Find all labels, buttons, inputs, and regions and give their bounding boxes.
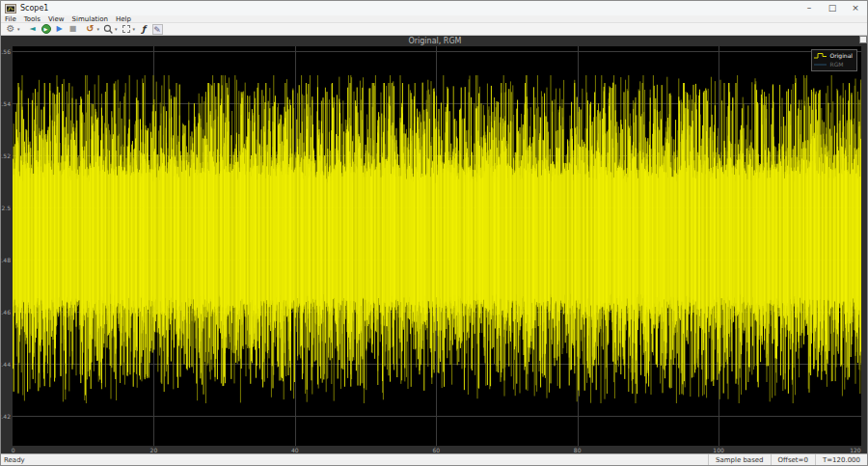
restore-view-button[interactable]: ↺ [85, 23, 96, 35]
settings-button[interactable]: ⚙ [5, 23, 16, 35]
y-axis-labels: 2.562.542.522.52.482.462.442.42 [1, 46, 12, 446]
menu-item-help[interactable]: Help [112, 15, 135, 23]
status-ready: Ready [1, 456, 708, 464]
highlight-block-button[interactable]: ◄ [27, 23, 39, 35]
menu-item-simulation[interactable]: Simulation [68, 15, 112, 23]
zoom-button[interactable] [102, 23, 114, 35]
restore-view-dropdown-caret[interactable]: ▾ [97, 26, 100, 32]
span-icon [122, 25, 130, 33]
stop-button[interactable]: ■ [68, 23, 79, 35]
legend-row-rgm: RGM [814, 60, 853, 69]
legend-line-original-icon [814, 52, 827, 60]
status-sample-mode: Sample based [708, 454, 771, 466]
highlight-block-icon: ◄ [29, 23, 35, 35]
run-icon: ▶ [41, 24, 51, 34]
settings-dropdown-caret[interactable]: ▾ [17, 26, 20, 32]
minimize-button[interactable]: – [798, 1, 821, 15]
legend-row-original: Original [814, 51, 853, 60]
measurements-button[interactable]: ✎ [151, 23, 163, 35]
plot-title: Original, RGM [1, 37, 868, 45]
menu-item-tools[interactable]: Tools [20, 15, 44, 23]
window-title: Scope1 [20, 4, 798, 13]
y-tick-label: 2.52 [0, 152, 11, 159]
y-tick-label: 2.42 [0, 413, 11, 420]
gear-icon: ⚙ [7, 23, 15, 35]
plot-region: Original, RGM Original RGM 2.562 [1, 36, 868, 455]
span-button[interactable] [121, 23, 132, 35]
maximize-button[interactable]: □ [821, 1, 844, 15]
restore-view-icon: ↺ [86, 23, 94, 35]
trigger-button[interactable]: ƒ [138, 23, 149, 35]
legend-line-rgm-icon [814, 61, 827, 69]
scope-window: Scope1 – □ × FileToolsViewSimulationHelp… [0, 0, 868, 466]
y-tick-label: 2.48 [0, 257, 11, 263]
status-bar: Ready Sample based Offset=0 T=120.000 [1, 453, 867, 465]
signal-plot [13, 46, 861, 446]
stop-icon: ■ [69, 23, 77, 35]
trigger-icon: ƒ [142, 23, 146, 35]
step-forward-icon: ▶ [56, 23, 62, 35]
toolbar: ⚙ ▾ ◄ ▶ ▶ ■ ↺ ▾ ▾ ▾ ƒ ✎ [1, 23, 867, 36]
zoom-dropdown-caret[interactable]: ▾ [115, 26, 118, 32]
title-bar: Scope1 – □ × [1, 1, 867, 15]
y-tick-label: 2.5 [1, 205, 11, 211]
span-dropdown-caret[interactable]: ▾ [133, 26, 136, 32]
scope-app-icon [5, 4, 16, 14]
legend[interactable]: Original RGM [811, 49, 857, 71]
step-forward-button[interactable]: ▶ [54, 23, 66, 35]
y-tick-label: 2.46 [0, 309, 11, 315]
measurements-icon: ✎ [152, 24, 163, 35]
close-button[interactable]: × [844, 1, 867, 15]
menu-item-view[interactable]: View [44, 15, 68, 23]
y-tick-label: 2.54 [0, 100, 11, 107]
status-offset: Offset=0 [771, 454, 815, 466]
status-time: T=120.000 [815, 454, 867, 466]
undock-icon[interactable] [859, 36, 867, 43]
legend-label-rgm: RGM [830, 61, 844, 68]
menu-bar: FileToolsViewSimulationHelp [1, 15, 867, 23]
plot-axes[interactable]: Original RGM [13, 46, 861, 446]
run-button[interactable]: ▶ [41, 23, 52, 35]
magnifier-icon [103, 24, 114, 35]
y-tick-label: 2.44 [0, 361, 11, 368]
legend-label-original: Original [830, 52, 853, 59]
y-tick-label: 2.56 [0, 48, 11, 55]
menu-item-file[interactable]: File [1, 15, 20, 23]
